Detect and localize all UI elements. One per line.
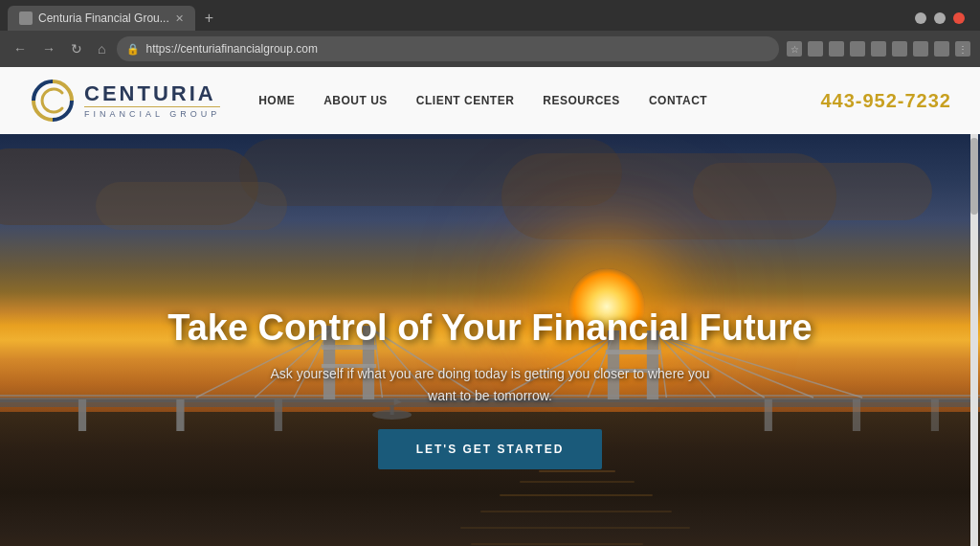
logo-icon bbox=[29, 77, 77, 125]
website-content: CENTURIA FINANCIAL GROUP HOME ABOUT US C… bbox=[0, 67, 980, 546]
nav-contact[interactable]: CONTACT bbox=[649, 94, 707, 107]
menu-button[interactable]: ⋮ bbox=[955, 41, 970, 57]
extension-icon-7[interactable] bbox=[934, 41, 949, 57]
extension-icon-5[interactable] bbox=[892, 41, 907, 57]
nav-links: HOME ABOUT US CLIENT CENTER RESOURCES CO… bbox=[258, 94, 820, 107]
window-controls bbox=[915, 12, 972, 24]
tab-close-button[interactable]: ✕ bbox=[175, 12, 184, 25]
scrollbar[interactable] bbox=[970, 134, 978, 546]
cta-button[interactable]: LET'S GET STARTED bbox=[378, 429, 603, 469]
nav-about[interactable]: ABOUT US bbox=[323, 94, 388, 107]
tab-bar: Centuria Financial Grou... ✕ + bbox=[0, 0, 980, 31]
forward-button[interactable]: → bbox=[38, 39, 59, 58]
phone-number[interactable]: 443-952-7232 bbox=[820, 90, 951, 112]
extension-icon-1[interactable] bbox=[808, 41, 823, 57]
url-text: https://centuriafinancialgroup.com bbox=[145, 42, 317, 56]
logo-tagline: FINANCIAL GROUP bbox=[84, 106, 220, 119]
nav-resources[interactable]: RESOURCES bbox=[543, 94, 620, 107]
scrollbar-thumb[interactable] bbox=[970, 138, 978, 215]
extension-icon-2[interactable] bbox=[829, 41, 844, 57]
logo-text: CENTURIA FINANCIAL GROUP bbox=[84, 83, 220, 119]
home-button[interactable]: ⌂ bbox=[94, 39, 109, 58]
hero-subtitle: Ask yourself if what you are doing today… bbox=[260, 363, 720, 406]
browser-chrome: Centuria Financial Grou... ✕ + ← → ↻ ⌂ 🔒… bbox=[0, 0, 980, 67]
extension-icon-6[interactable] bbox=[913, 41, 928, 57]
hero-section: Take Control of Your Financial Future As… bbox=[0, 134, 980, 546]
reload-button[interactable]: ↻ bbox=[67, 39, 86, 58]
tab-favicon bbox=[19, 11, 33, 25]
nav-client-center[interactable]: CLIENT CENTER bbox=[416, 94, 515, 107]
active-tab[interactable]: Centuria Financial Grou... ✕ bbox=[8, 6, 195, 31]
new-tab-button[interactable]: + bbox=[201, 10, 217, 27]
extension-icon-4[interactable] bbox=[871, 41, 886, 57]
security-icon: 🔒 bbox=[126, 43, 140, 56]
logo-area: CENTURIA FINANCIAL GROUP bbox=[29, 77, 220, 125]
bookmark-icon[interactable]: ☆ bbox=[787, 41, 802, 57]
address-bar-row: ← → ↻ ⌂ 🔒 https://centuriafinancialgroup… bbox=[0, 31, 980, 67]
logo-brand-name: CENTURIA bbox=[84, 83, 220, 104]
minimize-button[interactable] bbox=[915, 12, 926, 24]
maximize-button[interactable] bbox=[934, 12, 946, 24]
browser-toolbar: ☆ ⋮ bbox=[787, 41, 970, 57]
url-bar[interactable]: 🔒 https://centuriafinancialgroup.com bbox=[117, 36, 779, 61]
close-button[interactable] bbox=[953, 12, 965, 24]
hero-content: Take Control of Your Financial Future As… bbox=[0, 134, 980, 546]
tab-title: Centuria Financial Grou... bbox=[38, 11, 169, 25]
nav-home[interactable]: HOME bbox=[258, 94, 295, 107]
navigation: CENTURIA FINANCIAL GROUP HOME ABOUT US C… bbox=[0, 67, 980, 134]
back-button[interactable]: ← bbox=[10, 39, 31, 58]
extension-icon-3[interactable] bbox=[850, 41, 865, 57]
hero-title: Take Control of Your Financial Future bbox=[167, 307, 813, 351]
